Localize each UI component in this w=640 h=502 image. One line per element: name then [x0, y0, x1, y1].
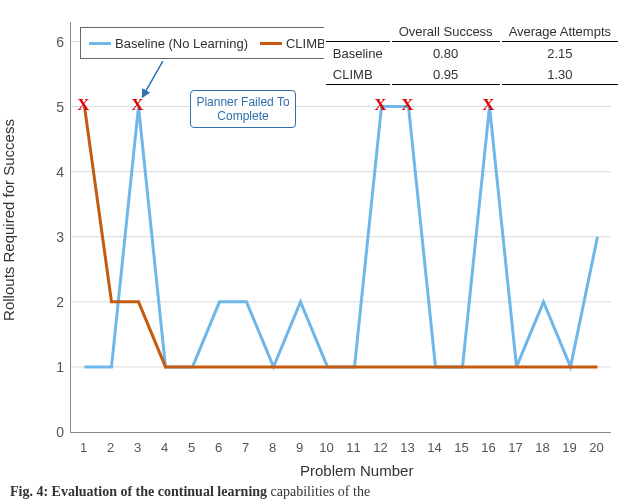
table-row: Overall Success Average Attempts — [326, 22, 618, 42]
legend-label-climb: CLIMB — [286, 36, 326, 51]
y-tick-label: 4 — [48, 164, 64, 180]
figure: Baseline (No Learning) CLIMB Overall Suc… — [0, 0, 640, 502]
y-tick-label: 1 — [48, 359, 64, 375]
x-tick-label: 2 — [100, 440, 122, 455]
x-tick-label: 13 — [397, 440, 419, 455]
x-tick-label: 8 — [262, 440, 284, 455]
y-tick-label: 6 — [48, 34, 64, 50]
x-tick-label: 9 — [289, 440, 311, 455]
x-tick-label: 1 — [73, 440, 95, 455]
figure-caption: Fig. 4: Evaluation of the continual lear… — [10, 484, 370, 500]
legend-item-baseline: Baseline (No Learning) — [89, 36, 248, 51]
failure-marker: X — [482, 95, 494, 115]
table-row: Baseline 0.80 2.15 — [326, 44, 618, 63]
x-tick-label: 12 — [370, 440, 392, 455]
x-tick-label: 18 — [532, 440, 554, 455]
failure-callout-text: Planner Failed To Complete — [196, 95, 289, 123]
x-tick-label: 6 — [208, 440, 230, 455]
summary-table: Overall Success Average Attempts Baselin… — [324, 20, 620, 87]
legend-swatch-climb — [260, 42, 282, 45]
x-tick-label: 4 — [154, 440, 176, 455]
legend-swatch-baseline — [89, 42, 111, 45]
failure-marker: X — [77, 95, 89, 115]
failure-marker: X — [401, 95, 413, 115]
failure-marker: X — [131, 95, 143, 115]
x-tick-label: 11 — [343, 440, 365, 455]
legend: Baseline (No Learning) CLIMB — [80, 27, 335, 59]
x-tick-label: 15 — [451, 440, 473, 455]
y-tick-label: 0 — [48, 424, 64, 440]
x-axis-title: Problem Number — [300, 462, 413, 479]
table-row: CLIMB 0.95 1.30 — [326, 65, 618, 85]
x-tick-label: 10 — [316, 440, 338, 455]
y-tick-label: 5 — [48, 99, 64, 115]
y-axis-title: Rollouts Required for Success — [0, 119, 17, 321]
x-tick-label: 16 — [478, 440, 500, 455]
x-tick-label: 7 — [235, 440, 257, 455]
x-tick-label: 3 — [127, 440, 149, 455]
caption-prefix: Fig. 4: Evaluation of the continual lear… — [10, 484, 267, 499]
x-tick-label: 5 — [181, 440, 203, 455]
x-tick-label: 19 — [559, 440, 581, 455]
failure-marker: X — [374, 95, 386, 115]
y-tick-label: 3 — [48, 229, 64, 245]
callout-arrow — [143, 61, 163, 97]
x-tick-label: 20 — [586, 440, 608, 455]
caption-rest: capabilities of the — [267, 484, 370, 499]
y-tick-label: 2 — [48, 294, 64, 310]
col-header: Overall Success — [392, 22, 500, 42]
x-tick-label: 17 — [505, 440, 527, 455]
legend-item-climb: CLIMB — [260, 36, 326, 51]
failure-callout: Planner Failed To Complete — [190, 90, 296, 128]
col-header: Average Attempts — [502, 22, 618, 42]
x-tick-label: 14 — [424, 440, 446, 455]
legend-label-baseline: Baseline (No Learning) — [115, 36, 248, 51]
